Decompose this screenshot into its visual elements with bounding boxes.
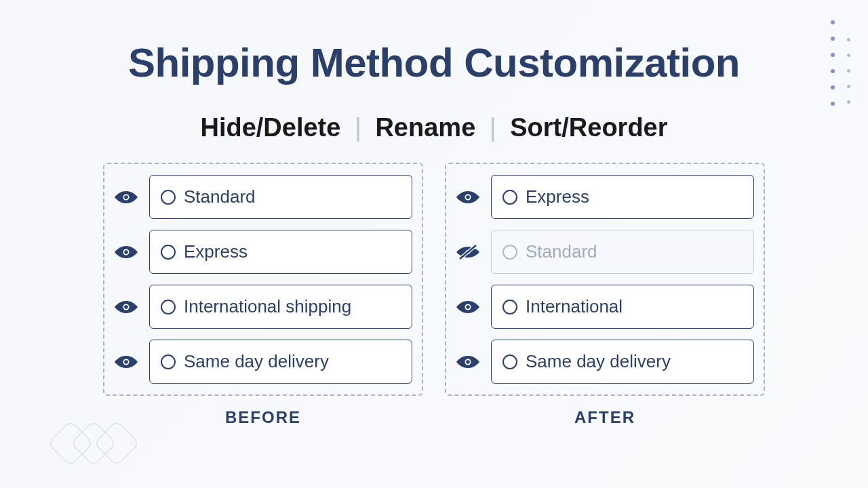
after-caption: AFTER <box>445 408 765 427</box>
eye-icon <box>114 189 138 205</box>
shipping-option-label: International <box>526 296 623 317</box>
subtitle-hide: Hide/Delete <box>200 113 340 142</box>
list-row: Standard <box>456 230 754 274</box>
radio-icon <box>161 300 176 314</box>
eye-icon <box>114 299 138 315</box>
radio-icon <box>161 245 176 260</box>
eye-icon <box>114 354 138 370</box>
svg-point-9 <box>466 195 470 199</box>
svg-point-1 <box>124 195 128 199</box>
shipping-option-label: Standard <box>184 186 256 207</box>
subtitle-sort: Sort/Reorder <box>510 113 667 142</box>
svg-point-5 <box>124 305 128 309</box>
shipping-option[interactable]: Standard <box>491 230 754 274</box>
shipping-option-label: Standard <box>526 241 597 262</box>
before-panel: StandardExpressInternational shippingSam… <box>103 163 423 396</box>
before-column: StandardExpressInternational shippingSam… <box>103 163 423 427</box>
eye-off-icon <box>456 244 480 260</box>
radio-icon <box>502 300 517 314</box>
after-column: ExpressStandardInternationalSame day del… <box>445 163 765 427</box>
shipping-option-label: Express <box>526 186 589 207</box>
subtitle-rename: Rename <box>375 113 475 142</box>
decorative-diamonds <box>54 427 133 460</box>
list-row: Express <box>456 175 754 219</box>
separator: | <box>355 113 361 142</box>
shipping-option-label: Same day delivery <box>184 351 329 372</box>
list-row: Same day delivery <box>456 340 754 384</box>
eye-icon <box>456 354 480 370</box>
eye-icon <box>456 299 480 315</box>
list-row: Express <box>114 230 412 274</box>
svg-point-7 <box>124 360 128 364</box>
radio-icon <box>502 354 517 369</box>
radio-icon <box>502 245 517 260</box>
radio-icon <box>161 354 176 369</box>
before-caption: BEFORE <box>103 408 423 427</box>
shipping-option[interactable]: Same day delivery <box>149 340 412 384</box>
list-row: Same day delivery <box>114 340 412 384</box>
svg-point-17 <box>466 360 470 364</box>
shipping-option-label: Same day delivery <box>526 351 671 372</box>
shipping-option-label: Express <box>184 241 248 262</box>
list-row: International <box>456 285 754 329</box>
list-row: International shipping <box>114 285 412 329</box>
svg-point-3 <box>124 250 128 254</box>
shipping-option[interactable]: Express <box>491 175 754 219</box>
shipping-option[interactable]: Same day delivery <box>491 340 754 384</box>
radio-icon <box>161 190 176 205</box>
eye-icon <box>114 244 138 260</box>
shipping-option[interactable]: International <box>491 285 754 329</box>
after-panel: ExpressStandardInternationalSame day del… <box>445 163 765 396</box>
shipping-option[interactable]: Express <box>149 230 412 274</box>
radio-icon <box>502 190 517 205</box>
shipping-option[interactable]: Standard <box>149 175 412 219</box>
shipping-option[interactable]: International shipping <box>149 285 412 329</box>
separator: | <box>490 113 496 142</box>
page-title: Shipping Method Customization <box>0 39 868 86</box>
decorative-dots <box>831 20 850 106</box>
svg-point-15 <box>466 305 470 309</box>
eye-icon <box>456 189 480 205</box>
shipping-option-label: International shipping <box>184 296 351 317</box>
list-row: Standard <box>114 175 412 219</box>
subtitle: Hide/Delete | Rename | Sort/Reorder <box>0 113 868 142</box>
